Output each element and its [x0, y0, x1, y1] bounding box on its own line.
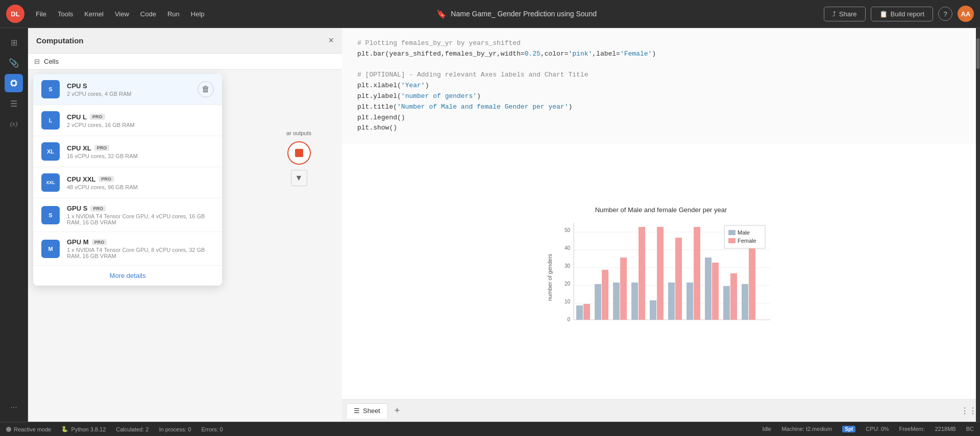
- free-mem-value: 2218MB: [935, 426, 956, 432]
- dropdown-arrow[interactable]: ▼: [291, 170, 307, 186]
- cpu-label: CPU: 0%: [866, 426, 889, 432]
- sidebar-icon-variable[interactable]: (x): [5, 115, 23, 133]
- svg-rect-42: [749, 241, 755, 320]
- computation-header: Computation ×: [28, 28, 342, 54]
- editor-area: # Plotting females_by_yr by years_shifte…: [342, 28, 980, 422]
- dropdown-container: ⊟ Cells S CPU S 2 vCPU cores, 4 GB RAM 🗑…: [28, 54, 342, 422]
- cpu-specs-gpu-m: 1 x NVIDIA T4 Tensor Core GPU, 8 vCPU co…: [67, 247, 214, 259]
- more-details-link[interactable]: More details: [33, 266, 222, 286]
- svg-text:0: 0: [567, 317, 570, 322]
- bottom-tab-bar: ☰ Sheet + ⋮⋮: [342, 399, 980, 422]
- menu-kernel[interactable]: Kernel: [79, 7, 109, 21]
- cells-label: Cells: [44, 58, 59, 65]
- cpu-name-s: CPU S: [67, 82, 190, 90]
- sidebar-icon-list[interactable]: ☰: [5, 94, 23, 113]
- help-button[interactable]: ?: [938, 7, 952, 21]
- logo[interactable]: DL: [6, 5, 24, 23]
- chart-container: Number of Male and female Gender per yea…: [547, 206, 775, 337]
- delete-button-s[interactable]: 🗑: [198, 81, 214, 97]
- pro-badge-xl: PRO: [94, 145, 110, 151]
- spt-badge: Spt: [842, 426, 855, 432]
- cpu-badge-xxl: XXL: [41, 173, 60, 192]
- cpu-name-xl: CPU XL PRO: [67, 144, 214, 152]
- machine-label: Machine: t2.medium: [781, 426, 832, 432]
- cpu-info-gpu-m: GPU M PRO 1 x NVIDIA T4 Tensor Core GPU,…: [67, 238, 214, 259]
- pro-badge-gpu-s: PRO: [90, 206, 106, 212]
- reactive-mode-item: Reactive mode: [6, 426, 51, 432]
- code-line-2: plt.bar(years_shifted,females_by_yr,widt…: [357, 49, 965, 60]
- main-layout: ⊞ 📎 ☰ (x) ··· Computation ×: [0, 28, 980, 422]
- build-report-button[interactable]: 📋 Build report: [871, 7, 933, 21]
- sidebar-icon-paperclip[interactable]: 📎: [5, 54, 23, 72]
- sidebar-icon-chip[interactable]: [5, 74, 23, 92]
- cpu-specs-s: 2 vCPU cores, 4 GB RAM: [67, 91, 190, 97]
- chart-svg: 0 10 20 30 40 50: [556, 218, 775, 335]
- y-axis-label: number of genders: [547, 218, 553, 337]
- cpu-info-gpu-s: GPU S PRO 1 x NVIDIA T4 Tensor Core GPU,…: [67, 204, 214, 225]
- svg-rect-36: [694, 227, 700, 320]
- menu-file[interactable]: File: [31, 7, 52, 21]
- menu-view[interactable]: View: [110, 7, 134, 21]
- svg-rect-32: [657, 227, 664, 320]
- sidebar-icon-home[interactable]: ⊞: [5, 33, 23, 52]
- chart-area: Number of Male and female Gender per yea…: [342, 144, 980, 399]
- topbar-actions: ⤴ Share 📋 Build report ? AA: [824, 6, 974, 22]
- scrollbar[interactable]: [976, 28, 980, 422]
- share-icon: ⤴: [832, 10, 836, 18]
- avatar[interactable]: AA: [958, 6, 974, 22]
- stop-button[interactable]: [287, 141, 311, 165]
- computation-title: Computation: [36, 36, 83, 45]
- cpu-item-gpu-m[interactable]: M GPU M PRO 1 x NVIDIA T4 Tensor Core GP…: [33, 232, 222, 266]
- tab-sheet[interactable]: ☰ Sheet: [346, 403, 388, 419]
- cpu-info-l: CPU L PRO 2 vCPU cores, 16 GB RAM: [67, 113, 214, 128]
- tab-sheet-label: Sheet: [363, 407, 380, 415]
- code-line-6: plt.title('Number of Male and female Gen…: [357, 102, 965, 113]
- cpu-specs-xl: 16 vCPU cores, 32 GB RAM: [67, 153, 214, 159]
- code-section: # Plotting females_by_yr by years_shifte…: [342, 28, 980, 144]
- share-label: Share: [839, 10, 857, 18]
- svg-text:10: 10: [565, 299, 571, 304]
- menu-help[interactable]: Help: [186, 7, 210, 21]
- menu-code[interactable]: Code: [135, 7, 161, 21]
- cpu-item-xxl[interactable]: XXL CPU XXL PRO 48 vCPU cores, 96 GB RAM: [33, 167, 222, 198]
- svg-rect-27: [613, 283, 620, 320]
- cpu-item-l[interactable]: L CPU L PRO 2 vCPU cores, 16 GB RAM: [33, 105, 222, 136]
- svg-rect-24: [583, 304, 590, 320]
- code-line-5: plt.ylabel('number of genders'): [357, 91, 965, 102]
- svg-text:Female: Female: [738, 238, 756, 244]
- menu-tools[interactable]: Tools: [53, 7, 78, 21]
- build-report-label: Build report: [891, 10, 924, 18]
- code-line-7: plt.legend(): [357, 113, 965, 123]
- svg-text:50: 50: [565, 227, 571, 233]
- code-line-blank: [357, 60, 965, 70]
- cpu-badge-gpu-s: S: [41, 206, 60, 224]
- svg-rect-28: [620, 258, 627, 320]
- chart-title: Number of Male and female Gender per yea…: [547, 206, 775, 214]
- svg-rect-29: [631, 283, 638, 320]
- pro-badge-xxl: PRO: [99, 176, 114, 182]
- svg-text:Male: Male: [738, 229, 750, 236]
- title-area: 🔖 Name Game_ Gender Prediction using Sou…: [214, 9, 820, 19]
- errors-item: Errors: 0: [201, 426, 223, 432]
- scrollbar-thumb: [976, 38, 979, 69]
- tab-add-button[interactable]: +: [390, 404, 404, 418]
- tab-menu-button[interactable]: ⋮⋮: [962, 404, 976, 418]
- svg-rect-1: [12, 82, 15, 85]
- reactive-mode-dot: [6, 427, 11, 432]
- cpu-item-xl[interactable]: XL CPU XL PRO 16 vCPU cores, 32 GB RAM: [33, 136, 222, 167]
- pro-badge-l: PRO: [90, 114, 105, 120]
- svg-rect-33: [668, 283, 675, 320]
- svg-rect-39: [723, 286, 730, 320]
- sidebar-icon-ellipsis[interactable]: ···: [5, 398, 23, 417]
- menu-run[interactable]: Run: [162, 7, 185, 21]
- code-line-8: plt.show(): [357, 123, 965, 134]
- cpu-badge-gpu-m: M: [41, 240, 60, 258]
- cpu-badge-xl: XL: [41, 142, 60, 161]
- cpu-item-s[interactable]: S CPU S 2 vCPU cores, 4 GB RAM 🗑: [33, 74, 222, 105]
- notebook-title[interactable]: Name Game_ Gender Prediction using Sound: [451, 10, 597, 18]
- computation-close-button[interactable]: ×: [328, 35, 334, 46]
- svg-rect-23: [576, 305, 583, 320]
- share-button[interactable]: ⤴ Share: [824, 7, 866, 21]
- left-sidebar: ⊞ 📎 ☰ (x) ···: [0, 28, 28, 422]
- cpu-item-gpu-s[interactable]: S GPU S PRO 1 x NVIDIA T4 Tensor Core GP…: [33, 198, 222, 232]
